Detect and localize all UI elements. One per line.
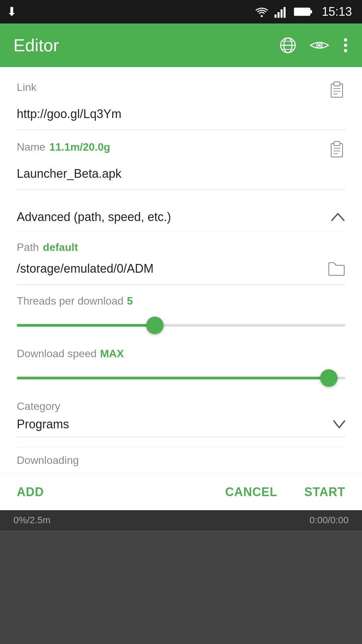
globe-icon[interactable] xyxy=(280,37,296,54)
status-icons: 15:13 xyxy=(255,5,352,19)
category-label: Category xyxy=(17,400,345,413)
app-bar-title: Editor xyxy=(13,35,269,55)
path-label: Path default xyxy=(17,241,345,254)
bottom-strip: 0%/2.5m 0:00/0:00 xyxy=(0,510,362,530)
svg-rect-23 xyxy=(334,142,340,146)
category-value: Programs xyxy=(17,417,333,431)
bottom-bar: ADD CANCEL START xyxy=(0,473,362,510)
threads-label: Threads per download 5 xyxy=(17,295,345,307)
threads-slider-fill xyxy=(17,324,155,327)
wifi-icon xyxy=(255,6,268,18)
advanced-title: Advanced (path, speed, etc.) xyxy=(17,210,171,224)
download-status-icon: ⬇ xyxy=(7,5,17,19)
download-speed-label: Download speed MAX xyxy=(17,347,345,360)
status-time: 15:13 xyxy=(322,5,352,19)
download-speed-slider-wrapper xyxy=(17,368,345,388)
eye-icon[interactable] xyxy=(310,39,329,52)
chevron-up-icon xyxy=(330,212,345,222)
start-button[interactable]: START xyxy=(304,485,345,499)
threads-section: Threads per download 5 xyxy=(17,295,345,335)
folder-icon[interactable] xyxy=(328,261,345,276)
svg-rect-2 xyxy=(278,12,280,18)
svg-rect-4 xyxy=(284,7,286,18)
svg-rect-1 xyxy=(275,14,277,18)
link-input[interactable] xyxy=(17,104,345,124)
download-speed-section: Download speed MAX xyxy=(17,347,345,388)
status-bar: ⬇ 15:13 xyxy=(0,0,362,23)
category-select[interactable]: Programs xyxy=(17,417,345,437)
bottom-strip-left: 0%/2.5m xyxy=(13,515,51,526)
download-speed-slider-track xyxy=(17,377,345,379)
battery-icon xyxy=(294,7,312,17)
status-bar-left: ⬇ xyxy=(7,0,17,23)
download-speed-slider-thumb[interactable] xyxy=(320,369,338,387)
more-vertical-icon[interactable] xyxy=(343,37,349,54)
name-size: 11.1m/20.0g xyxy=(49,141,110,153)
path-section: Path default xyxy=(17,241,345,285)
svg-point-14 xyxy=(344,38,347,42)
downloading-label: Downloading xyxy=(17,454,79,466)
threads-slider-wrapper xyxy=(17,315,345,335)
svg-point-13 xyxy=(318,44,321,47)
download-speed-value: MAX xyxy=(100,347,124,360)
bottom-strip-right: 0:00/0:00 xyxy=(309,515,349,526)
main-content: Link Name 11.1m/20.0g xyxy=(0,67,362,473)
name-field-row xyxy=(17,163,345,190)
svg-point-0 xyxy=(261,15,263,17)
svg-point-16 xyxy=(344,49,347,52)
advanced-header[interactable]: Advanced (path, speed, etc.) xyxy=(17,200,345,231)
link-section: Link xyxy=(17,80,345,130)
dropdown-arrow-icon xyxy=(333,420,345,429)
name-input[interactable] xyxy=(17,163,345,184)
svg-rect-6 xyxy=(310,10,312,13)
app-bar: Editor xyxy=(0,23,362,67)
svg-rect-5 xyxy=(294,8,310,15)
cancel-button[interactable]: CANCEL xyxy=(225,485,278,499)
svg-point-15 xyxy=(344,44,347,47)
name-clipboard-icon[interactable] xyxy=(328,140,345,159)
path-input[interactable] xyxy=(17,258,321,279)
link-field-row xyxy=(17,104,345,130)
download-speed-slider-fill xyxy=(17,377,329,379)
path-default: default xyxy=(43,241,78,254)
path-field-row xyxy=(17,258,345,285)
category-section: Category Programs xyxy=(17,400,345,437)
link-label: Link xyxy=(17,81,37,94)
link-clipboard-icon[interactable] xyxy=(328,80,345,99)
app-bar-icons xyxy=(280,37,349,54)
downloading-section: Downloading xyxy=(17,447,345,473)
svg-rect-3 xyxy=(281,9,283,18)
threads-slider-thumb[interactable] xyxy=(146,317,164,334)
threads-value: 5 xyxy=(127,295,133,307)
add-button[interactable]: ADD xyxy=(17,485,44,499)
svg-rect-18 xyxy=(334,82,340,86)
name-label: Name 11.1m/20.0g xyxy=(17,141,110,153)
threads-slider-track xyxy=(17,324,345,327)
signal-icon xyxy=(275,6,288,18)
name-section: Name 11.1m/20.0g xyxy=(17,140,345,190)
